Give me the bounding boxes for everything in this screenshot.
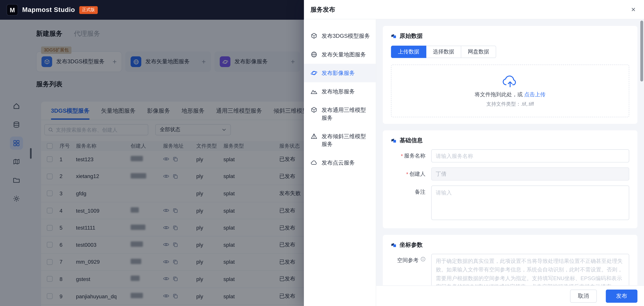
version-badge: 正式版 bbox=[79, 6, 98, 14]
section-flag-icon bbox=[391, 138, 396, 143]
basic-info-panel: 基础信息 *服务名称 *创建人 备注 bbox=[383, 130, 637, 228]
drawer-title: 服务发布 bbox=[310, 6, 335, 14]
nav-publish-3dgs-model[interactable]: 发布3DGS模型服务 bbox=[304, 27, 376, 45]
spatial-ref-textarea[interactable] bbox=[431, 254, 629, 285]
nav-publish-oblique-3d[interactable]: 发布倾斜三维模型服务 bbox=[304, 127, 376, 154]
basic-info-title: 基础信息 bbox=[391, 137, 629, 144]
raw-data-title: 原始数据 bbox=[391, 32, 629, 40]
nav-publish-point-cloud[interactable]: 发布点云服务 bbox=[304, 153, 376, 172]
section-flag-icon bbox=[391, 242, 396, 248]
remark-textarea[interactable] bbox=[431, 185, 629, 220]
drawer-nav: 发布3DGS模型服务 发布矢量地图服务 发布影像服务 发布地形服务 发布通用三维… bbox=[304, 19, 376, 306]
tab-select-data[interactable]: 选择数据 bbox=[426, 46, 461, 58]
cloud-icon bbox=[310, 159, 318, 166]
nav-publish-generic-3d[interactable]: 发布通用三维模型服务 bbox=[304, 101, 376, 127]
coordinate-title: 坐标参数 bbox=[391, 241, 629, 249]
cube-icon bbox=[310, 106, 318, 113]
nav-publish-imagery[interactable]: 发布影像服务 bbox=[304, 64, 376, 82]
app-logo: M bbox=[6, 4, 18, 16]
remark-row: 备注 bbox=[391, 185, 629, 222]
pyramid-icon bbox=[310, 133, 318, 140]
creator-row: *创建人 bbox=[391, 168, 629, 181]
drawer-header: 服务发布 ✕ bbox=[304, 0, 644, 19]
brand-title: Mapmost Studio bbox=[22, 6, 75, 14]
info-icon[interactable] bbox=[420, 257, 426, 261]
spatial-ref-row: 空间参考 bbox=[391, 254, 629, 285]
service-name-row: *服务名称 bbox=[391, 149, 629, 163]
publish-button[interactable]: 发布 bbox=[606, 289, 638, 302]
globe-icon bbox=[310, 51, 318, 58]
drawer-footer: 取消 发布 bbox=[376, 285, 644, 306]
drop-hint: 将文件拖到此处，或 点击上传 bbox=[474, 91, 546, 98]
data-source-tabs: 上传数据 选择数据 网盘数据 bbox=[391, 46, 629, 58]
3dgs-model-icon bbox=[310, 32, 318, 40]
click-upload-link[interactable]: 点击上传 bbox=[524, 91, 546, 97]
coordinate-panel: 坐标参数 空间参考 bbox=[383, 235, 637, 285]
app-root: M Mapmost Studio 正式版 新建服务 代理服务 3DGS扩展包 发… bbox=[0, 0, 644, 306]
tab-upload-data[interactable]: 上传数据 bbox=[391, 46, 426, 58]
service-name-input[interactable] bbox=[431, 149, 629, 163]
globe-orbit-icon bbox=[310, 70, 318, 77]
nav-publish-terrain[interactable]: 发布地形服务 bbox=[304, 82, 376, 101]
upload-cloud-icon bbox=[502, 74, 518, 87]
mountain-icon bbox=[310, 88, 318, 95]
section-flag-icon bbox=[391, 34, 396, 39]
creator-input[interactable] bbox=[431, 168, 629, 181]
tab-netdisk-data[interactable]: 网盘数据 bbox=[461, 46, 496, 58]
nav-publish-vector-map[interactable]: 发布矢量地图服务 bbox=[304, 45, 376, 64]
drawer-content: 原始数据 上传数据 选择数据 网盘数据 将文件拖到此处， bbox=[376, 19, 644, 285]
window-scrollbar-thumb[interactable] bbox=[640, 21, 643, 81]
raw-data-panel: 原始数据 上传数据 选择数据 网盘数据 将文件拖到此处， bbox=[383, 26, 637, 124]
close-icon[interactable]: ✕ bbox=[631, 7, 636, 12]
service-publish-drawer: 服务发布 ✕ 发布3DGS模型服务 发布矢量地图服务 发布影像服务 bbox=[304, 0, 644, 306]
file-type-hint: 支持文件类型：.tif,.tiff bbox=[486, 101, 534, 108]
upload-dropzone[interactable]: 将文件拖到此处，或 点击上传 支持文件类型：.tif,.tiff bbox=[391, 65, 629, 117]
cancel-button[interactable]: 取消 bbox=[570, 289, 597, 302]
